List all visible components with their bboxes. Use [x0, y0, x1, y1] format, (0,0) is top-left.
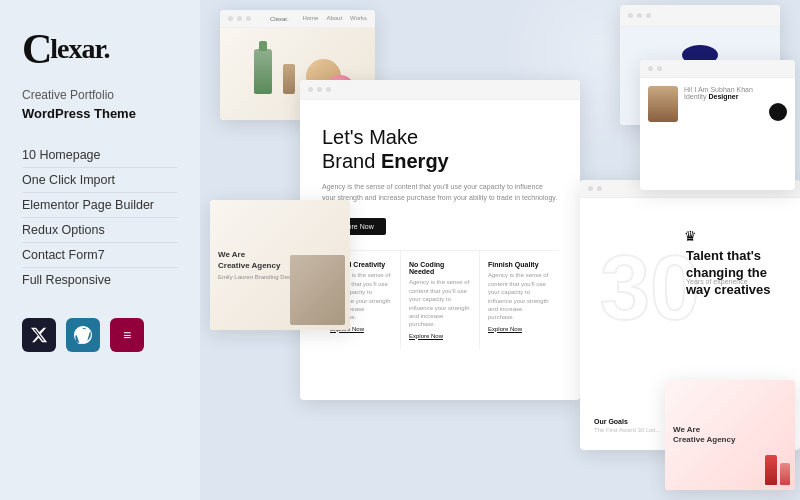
explore-more-link[interactable]: Explore Now — [409, 333, 471, 339]
preview-card-bottom-agency: We Are Creative Agency — [665, 380, 795, 490]
feature-item: Elementor Page Builder — [22, 193, 178, 218]
dot — [657, 66, 662, 71]
preview-area: Clexar. HomeAboutWorks Let's Make Brand — [200, 0, 800, 500]
tagline2: WordPress Theme — [22, 106, 178, 121]
bottom-agency-image: We Are Creative Agency — [665, 380, 795, 490]
bottom-agency-title-2: Creative Agency — [673, 435, 735, 445]
logo-letter: C — [22, 28, 50, 70]
feature-item: Full Responsive — [22, 268, 178, 292]
dot — [648, 66, 653, 71]
dot — [637, 13, 642, 18]
bottom-features: Digital Creativity Agency is the sense o… — [322, 250, 558, 348]
brand-energy-title: Let's Make Brand Energy — [322, 125, 558, 173]
pink-bottle-1 — [765, 455, 777, 485]
dot — [228, 16, 233, 21]
agency-product-img — [290, 255, 345, 325]
hi-greeting: Hi! I Am Subhan Khan — [684, 86, 753, 93]
dot — [308, 87, 313, 92]
agency-title-2: Creative Agency — [218, 261, 280, 271]
card-header — [300, 80, 580, 100]
avatar-photo — [648, 86, 678, 122]
wordpress-icon — [66, 318, 100, 352]
feature-item: One Click Import — [22, 168, 178, 193]
hi-text-block: Hi! I Am Subhan Khan Identity Designer — [684, 86, 753, 100]
dot — [597, 186, 602, 191]
card-header — [640, 60, 795, 78]
sidebar: C lexar. Creative Portfolio WordPress Th… — [0, 0, 200, 500]
pink-bottles — [765, 455, 790, 485]
feature-title: Finnish Quality — [488, 261, 550, 268]
nav-links: HomeAboutWorks — [302, 15, 367, 21]
bottle-1 — [254, 49, 272, 94]
tech-icons-row: ≡ — [22, 318, 178, 352]
clexar-mini-logo: Clexar. — [270, 16, 289, 22]
dot — [646, 13, 651, 18]
feature-text: Agency is the sense of content that you'… — [409, 278, 471, 328]
feature-col-2: No Coding Needed Agency is the sense of … — [401, 251, 480, 348]
feature-item: Contact Form7 — [22, 243, 178, 268]
x-icon — [22, 318, 56, 352]
agency-sub: Emily Lauren Branding Design — [218, 274, 299, 280]
dot — [246, 16, 251, 21]
logo-text: lexar. — [50, 33, 109, 65]
dot — [326, 87, 331, 92]
dot — [237, 16, 242, 21]
hi-card-body: Hi! I Am Subhan Khan Identity Designer — [640, 78, 795, 190]
dot — [317, 87, 322, 92]
feature-item: 10 Homepage — [22, 143, 178, 168]
talent-subtitle: Years of experience — [686, 278, 786, 285]
agency-title: We Are — [218, 250, 245, 260]
elementor-icon: ≡ — [110, 318, 144, 352]
card-header — [620, 5, 780, 27]
feature-item: Redux Options — [22, 218, 178, 243]
features-list: 10 Homepage One Click Import Elementor P… — [22, 143, 178, 292]
preview-card-agency: We Are Creative Agency Emily Lauren Bran… — [210, 200, 350, 330]
feature-text: Agency is the sense of content that you'… — [488, 271, 550, 321]
feature-title: No Coding Needed — [409, 261, 471, 275]
feature-col-3: Finnish Quality Agency is the sense of c… — [480, 251, 558, 348]
hi-role: Identity Designer — [684, 93, 753, 100]
talent-title: Talent that's changing the way creatives — [686, 248, 786, 299]
dot — [628, 13, 633, 18]
hi-dot-button[interactable] — [769, 103, 787, 121]
brand-energy-subtitle: Agency is the sense of content that you'… — [322, 181, 558, 203]
agency-image-area: We Are Creative Agency Emily Lauren Bran… — [210, 200, 350, 330]
preview-card-hi: Hi! I Am Subhan Khan Identity Designer — [640, 60, 795, 190]
dot — [588, 186, 593, 191]
tagline1: Creative Portfolio — [22, 88, 178, 104]
logo-container: C lexar. — [22, 28, 178, 70]
bottom-agency-title-1: We Are — [673, 425, 700, 435]
card-header: Clexar. HomeAboutWorks — [220, 10, 375, 28]
explore-more-link[interactable]: Explore Now — [488, 326, 550, 332]
pink-bottle-2 — [780, 463, 790, 485]
bottle-2 — [283, 64, 295, 94]
